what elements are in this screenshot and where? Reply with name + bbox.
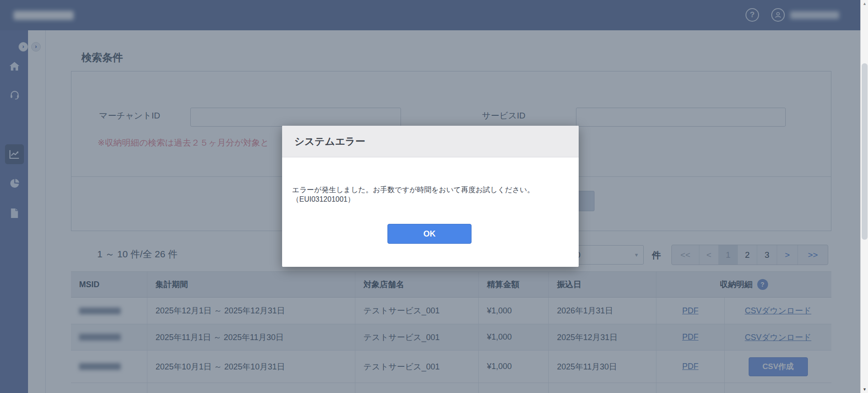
system-error-modal: システムエラー エラーが発生しました。お手数ですが時間をおいて再度お試しください… [282,126,579,267]
scroll-down-arrow-icon[interactable]: ▼ [861,387,868,392]
vertical-scrollbar[interactable]: ▲ ▼ [860,0,868,393]
modal-error-message: エラーが発生しました。お手数ですが時間をおいて再度お試しください。（EUI031… [292,185,572,204]
ok-button[interactable]: OK [387,224,472,244]
scroll-up-arrow-icon[interactable]: ▲ [861,1,868,6]
modal-title: システムエラー [294,135,365,148]
app-viewport: ? [0,0,868,393]
modal-header: システムエラー [282,126,579,157]
scrollbar-thumb[interactable] [862,63,868,240]
